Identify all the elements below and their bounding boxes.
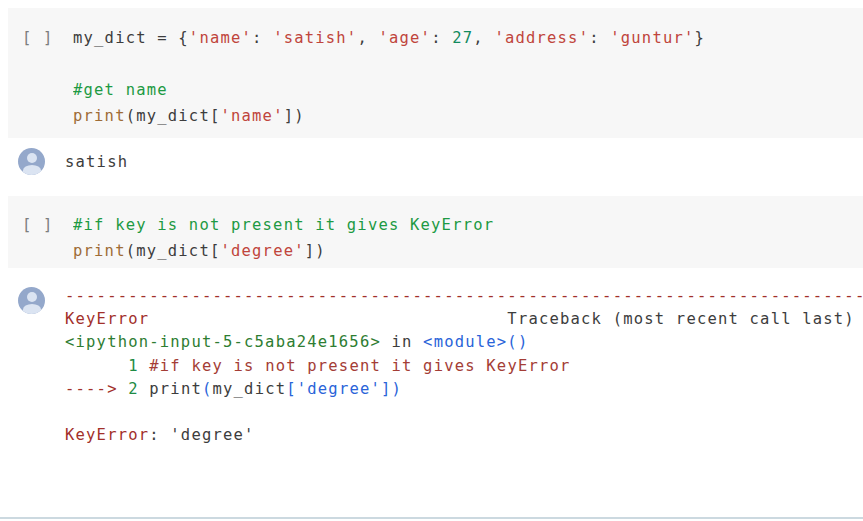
code-token: : [431,29,452,47]
code-token: print [73,242,126,260]
code-token: , [357,29,378,47]
code-cell-2: [ ] #if key is not present it gives KeyE… [8,196,863,268]
error-traceback: ----------------------------------------… [65,285,863,447]
code-token: ----------------------------------------… [65,287,863,305]
code-token: ( [202,380,213,398]
code-token: , [473,29,494,47]
code-token: 'address' [494,29,589,47]
notebook-page: [ ] my_dict = {'name': 'satish', 'age': … [0,0,863,521]
code-token: print [139,380,202,398]
code-token: 'guntur' [610,29,694,47]
code-line [65,401,863,424]
code-token: 'satish' [273,29,357,47]
code-line [73,51,863,77]
code-token: <ipython-input-5-c5aba24e1656> [65,333,381,351]
code-token: print [73,107,126,125]
code-token: 27 [452,29,473,47]
code-line: #if key is not present it gives KeyError [73,212,863,238]
code-token: #if key is not present it gives KeyError [73,216,494,234]
code-editor-2[interactable]: #if key is not present it gives KeyError… [73,212,863,264]
avatar-head-shape [27,153,37,163]
code-token [139,357,150,375]
output-text: satish [65,151,128,174]
code-token: ]) [305,242,326,260]
avatar-head-shape [27,292,37,302]
code-line: print(my_dict['degree']) [73,238,863,264]
code-token: #if key is not present it gives KeyError [149,357,570,375]
avatar-body-shape [23,165,41,176]
code-token: : [589,29,610,47]
code-token: ]) [284,107,305,125]
code-token: ['degree']) [286,380,402,398]
code-token: (my_dict[ [126,242,221,260]
code-token: } [695,29,706,47]
code-token: ----> [65,380,128,398]
avatar-body-shape [23,304,41,315]
code-line: #get name [73,77,863,103]
code-line: ----------------------------------------… [65,285,863,308]
code-token: KeyError [65,426,149,444]
run-cell-button-2[interactable]: [ ] [22,212,73,238]
code-line: 1 #if key is not present it gives KeyErr… [65,355,863,378]
user-avatar-icon [18,148,45,175]
code-token: <module>() [423,333,528,351]
code-editor-1[interactable]: my_dict = {'name': 'satish', 'age': 27, … [73,25,863,129]
code-token: Traceback (most recent call last) [149,310,855,328]
code-token: 'name' [220,107,283,125]
code-token: 2 [128,380,139,398]
code-token: 'degree' [220,242,304,260]
code-token: 'age' [378,29,431,47]
run-cell-button-1[interactable]: [ ] [22,25,73,51]
output-area-2: ----------------------------------------… [0,280,863,512]
bottom-divider [0,517,863,519]
code-line: print(my_dict['name']) [73,103,863,129]
code-token: : [252,29,273,47]
code-token: my_dict = { [73,29,189,47]
code-line: <ipython-input-5-c5aba24e1656> in <modul… [65,331,863,354]
code-token: KeyError [65,310,149,328]
code-token: : 'degree' [149,426,254,444]
code-token [65,357,128,375]
code-token: 'name' [189,29,252,47]
code-token: in [381,333,423,351]
code-token: 1 [128,357,139,375]
code-token: my_dict [213,380,287,398]
code-token: #get name [73,81,168,99]
code-cell-1: [ ] my_dict = {'name': 'satish', 'age': … [8,8,863,138]
code-token: (my_dict[ [126,107,221,125]
user-avatar-icon [18,287,45,314]
code-line: my_dict = {'name': 'satish', 'age': 27, … [73,25,863,51]
code-line: KeyError: 'degree' [65,424,863,447]
code-line: ----> 2 print(my_dict['degree']) [65,378,863,401]
output-area-1: satish [0,140,863,190]
code-line: KeyError Traceback (most recent call las… [65,308,863,331]
